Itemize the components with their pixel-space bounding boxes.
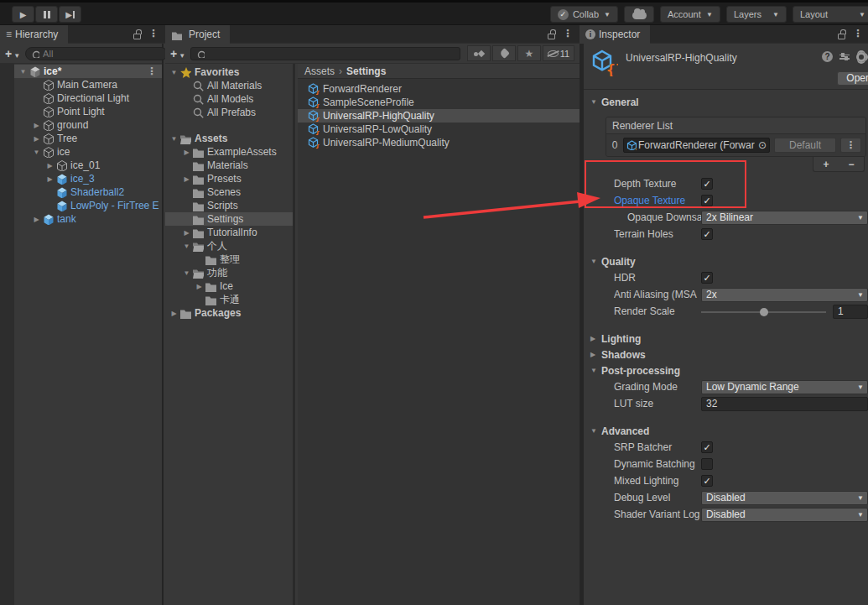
search-by-label-button[interactable] <box>492 45 516 61</box>
foldout-open-icon[interactable]: ▼ <box>18 68 29 76</box>
open-button[interactable]: Open <box>837 71 868 86</box>
hierarchy-row-scene[interactable]: ▼ ice* ⋮ <box>14 65 162 78</box>
antialiasing-dropdown[interactable]: 2x ▼ <box>701 288 868 302</box>
foldout-closed-icon[interactable]: ▶ <box>181 175 192 183</box>
save-search-button[interactable]: ★ <box>517 45 541 61</box>
foldout-closed-icon[interactable]: ▶ <box>31 135 42 143</box>
hierarchy-row[interactable]: ▼ ice <box>14 145 162 159</box>
tree-row[interactable]: ▼ 个人 <box>165 239 293 253</box>
add-renderer-button[interactable]: + <box>823 159 829 170</box>
mixed-lighting-checkbox[interactable]: ✓ <box>701 475 713 487</box>
hierarchy-row[interactable]: Directional Light <box>14 91 162 105</box>
tree-row[interactable]: ▶ Presets <box>165 172 293 185</box>
hierarchy-row[interactable]: ▶ ice_3 <box>14 172 162 185</box>
slider-thumb[interactable] <box>760 308 768 316</box>
pause-button[interactable] <box>35 6 58 23</box>
section-quality[interactable]: ▼ Quality <box>584 253 868 269</box>
foldout-open-icon[interactable]: ▼ <box>31 149 42 156</box>
project-search-input[interactable] <box>208 49 455 59</box>
renderer-object-field[interactable]: ForwardRenderer (Forwar ⊙ <box>623 138 770 153</box>
foldout-closed-icon[interactable]: ▶ <box>181 149 192 156</box>
asset-row[interactable]: UniversalRP-MediumQuality <box>298 136 580 149</box>
tab-inspector[interactable]: i Inspector <box>580 25 650 44</box>
debug-level-dropdown[interactable]: Disabled ▼ <box>701 491 868 505</box>
foldout-open-icon[interactable]: ▼ <box>169 69 179 76</box>
tree-row[interactable]: ▶ TutorialInfo <box>165 226 293 239</box>
lock-icon[interactable] <box>838 34 845 39</box>
gear-icon[interactable] <box>856 52 866 62</box>
hierarchy-row[interactable]: Point Light <box>14 105 162 118</box>
tab-project[interactable]: Project <box>165 25 230 44</box>
breadcrumb-current[interactable]: Settings <box>346 65 386 77</box>
layout-dropdown[interactable]: Layout ▼ <box>793 6 868 23</box>
section-advanced[interactable]: ▼ Advanced <box>584 423 868 439</box>
layers-dropdown[interactable]: Layers ▼ <box>726 6 787 23</box>
tree-row[interactable]: All Prefabs <box>165 106 293 119</box>
foldout-closed-icon[interactable]: ▶ <box>194 283 205 290</box>
tree-row[interactable]: ▼ 功能 <box>165 266 293 279</box>
remove-renderer-button[interactable]: − <box>848 159 854 170</box>
hierarchy-row[interactable]: Main Camera <box>14 78 162 91</box>
foldout-open-icon[interactable]: ▼ <box>181 243 192 250</box>
presets-icon[interactable] <box>839 55 850 60</box>
terrain-holes-checkbox[interactable]: ✓ <box>701 228 713 240</box>
shader-variant-log-dropdown[interactable]: Disabled ▼ <box>701 508 868 522</box>
create-object-button[interactable]: +▼ <box>5 47 20 60</box>
object-picker-icon[interactable]: ⊙ <box>758 139 767 151</box>
foldout-closed-icon[interactable]: ▶ <box>181 229 192 237</box>
lock-icon[interactable] <box>548 34 555 39</box>
tree-row-assets[interactable]: ▼ Assets <box>165 132 293 145</box>
asset-row-selected[interactable]: UniversalRP-HighQuality <box>298 109 580 123</box>
project-search[interactable] <box>190 47 460 60</box>
tree-row[interactable]: 卡通 <box>165 293 293 306</box>
render-scale-field[interactable]: 1 <box>833 305 868 319</box>
help-icon[interactable]: ? <box>822 51 833 62</box>
hierarchy-search-input[interactable] <box>43 49 162 59</box>
collab-dropdown[interactable]: ✓ Collab ▼ <box>550 6 618 23</box>
search-by-type-button[interactable] <box>467 45 491 61</box>
render-scale-slider[interactable] <box>701 305 826 319</box>
play-button[interactable]: ▶ <box>12 6 34 23</box>
hierarchy-row[interactable]: ▶ ice_01 <box>14 159 162 172</box>
lock-icon[interactable] <box>133 34 141 39</box>
tree-row[interactable]: Scenes <box>165 185 293 199</box>
lut-size-field[interactable]: 32 <box>701 397 868 411</box>
foldout-closed-icon[interactable]: ▶ <box>44 162 55 170</box>
foldout-open-icon[interactable]: ▼ <box>181 269 192 277</box>
account-dropdown[interactable]: Account ▼ <box>660 6 720 23</box>
section-post-processing[interactable]: ▼ Post-processing <box>584 362 868 378</box>
asset-row[interactable]: ForwardRenderer <box>298 82 580 96</box>
asset-row[interactable]: UniversalRP-LowQuality <box>298 123 580 136</box>
foldout-closed-icon[interactable]: ▶ <box>31 216 42 223</box>
asset-row[interactable]: SampleSceneProfile <box>298 96 580 109</box>
cloud-button[interactable] <box>624 6 654 23</box>
kebab-menu-icon[interactable]: ⋮ <box>147 65 157 77</box>
tree-row[interactable]: All Materials <box>165 79 293 92</box>
tree-row[interactable]: Scripts <box>165 199 293 212</box>
foldout-closed-icon[interactable]: ▶ <box>31 122 42 129</box>
hierarchy-row[interactable]: LowPoly - FirTree E <box>14 199 162 212</box>
tree-row-favorites[interactable]: ▼ Favorites <box>165 65 293 79</box>
tree-row[interactable]: ▶ ExampleAssets <box>165 145 293 159</box>
foldout-closed-icon[interactable]: ▶ <box>169 310 179 317</box>
kebab-menu-icon[interactable]: ⋮ <box>853 28 863 39</box>
opaque-downsampling-dropdown[interactable]: 2x Bilinear ▼ <box>701 211 868 225</box>
tab-hierarchy[interactable]: ≡ Hierarchy <box>0 25 68 44</box>
tree-row[interactable]: Materials <box>165 159 293 172</box>
section-general[interactable]: ▼ General <box>584 94 868 110</box>
hierarchy-row[interactable]: ▶ tank <box>14 212 162 226</box>
hierarchy-row[interactable]: ▶ Tree <box>14 132 162 145</box>
tree-row-packages[interactable]: ▶ Packages <box>165 306 293 320</box>
grading-mode-dropdown[interactable]: Low Dynamic Range ▼ <box>701 380 868 394</box>
hierarchy-row[interactable]: ▶ ground <box>14 118 162 132</box>
step-button[interactable]: ▶ <box>59 6 81 23</box>
hierarchy-search[interactable] <box>25 47 168 60</box>
srp-batcher-checkbox[interactable]: ✓ <box>701 441 713 453</box>
tree-row-settings[interactable]: Settings <box>165 212 293 226</box>
default-button[interactable]: Default <box>774 138 836 153</box>
tree-row[interactable]: All Models <box>165 92 293 106</box>
dynamic-batching-checkbox[interactable] <box>701 458 713 470</box>
tree-row[interactable]: ▶ Ice <box>165 279 293 293</box>
section-lighting[interactable]: ▶ Lighting <box>584 331 868 347</box>
foldout-open-icon[interactable]: ▼ <box>169 135 179 143</box>
